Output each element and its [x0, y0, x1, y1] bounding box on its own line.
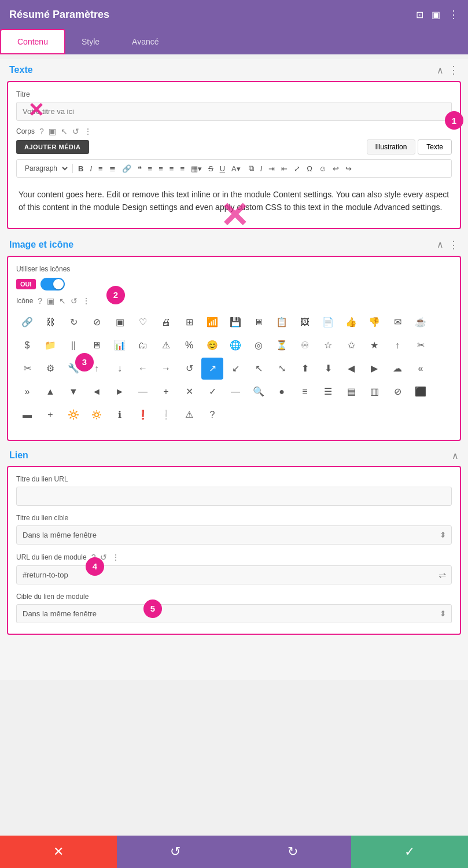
icon-cell-13[interactable]: 📄 [317, 311, 339, 333]
module-url-input[interactable] [16, 565, 452, 584]
icon-cell-22[interactable]: 📊 [109, 334, 131, 356]
tab-contenu[interactable]: Contenu [0, 29, 65, 54]
icon-cell-50[interactable]: ◀ [340, 358, 362, 380]
icon-cell-68[interactable]: ▤ [340, 381, 362, 403]
collapse-icon-2[interactable]: ∧ [437, 239, 444, 250]
icon-cell-38[interactable]: 🔧 3 [62, 358, 84, 380]
align-center-btn[interactable]: ≡ [156, 163, 165, 174]
icon-cell-73[interactable]: + [39, 404, 61, 426]
icon-cell-35[interactable]: ✂ [410, 334, 432, 356]
omega-btn[interactable]: Ω [304, 163, 315, 174]
icon-cell-36[interactable]: ✂ [16, 358, 38, 380]
icon-cell-7[interactable]: ⊞ [178, 311, 200, 333]
icon-cell-27[interactable]: 🌐 [224, 334, 246, 356]
icon-cell-62[interactable]: ✓ [201, 381, 223, 403]
bold-btn[interactable]: B [76, 163, 86, 174]
add-media-button[interactable]: AJOUTER MÉDIA [16, 140, 89, 154]
more-icon[interactable]: ⋮ [448, 8, 459, 21]
icon-cell-5[interactable]: ♡ [132, 311, 154, 333]
icon-cell-12[interactable]: 🖼 [294, 311, 316, 333]
icon-cell-77[interactable]: ❗ [132, 404, 154, 426]
icon-cell-4[interactable]: ▣ [109, 311, 131, 333]
strikethrough-btn[interactable]: S [206, 163, 216, 174]
icon-cell-10[interactable]: 🖥 [248, 311, 270, 333]
icon-cell-32[interactable]: ✩ [340, 334, 362, 356]
icon-cell-16[interactable]: ✉ [386, 311, 408, 333]
icone-device-icon[interactable]: ▣ [47, 296, 54, 306]
section-more-icon[interactable]: ⋮ [448, 64, 459, 76]
icon-cell-75[interactable]: 🔅 [86, 404, 108, 426]
icon-cell-79[interactable]: ⚠ [178, 404, 200, 426]
color-btn[interactable]: A▾ [229, 163, 243, 174]
collapse-icon-3[interactable]: ∧ [452, 450, 459, 461]
icon-cell-45[interactable]: ↙ [224, 358, 246, 380]
device-icon[interactable]: ▣ [49, 127, 56, 136]
cible-select[interactable]: Dans la même fenêtre Dans une nouvelle f… [16, 525, 452, 545]
italic2-btn[interactable]: I [258, 163, 265, 174]
icone-help-icon[interactable]: ? [38, 296, 42, 306]
editor-tab-texte[interactable]: Texte [418, 139, 452, 155]
italic-btn[interactable]: I [87, 163, 94, 174]
outdent-btn[interactable]: ⇤ [279, 163, 290, 174]
icon-cell-44[interactable]: ↗ [201, 358, 223, 380]
icon-cell-47[interactable]: ⤡ [271, 358, 293, 380]
expand-btn[interactable]: ⤢ [292, 163, 303, 174]
url-options-icon[interactable]: ⇌ [438, 569, 446, 580]
align-left-btn[interactable]: ≡ [146, 163, 155, 174]
quote-btn[interactable]: ❝ [135, 163, 144, 174]
icon-cell-3[interactable]: ⊘ [86, 311, 108, 333]
icon-cell-29[interactable]: ⏳ [271, 334, 293, 356]
icon-cell-61[interactable]: ✕ [178, 381, 200, 403]
icon-cell-2[interactable]: ↻ [62, 311, 84, 333]
icon-cell-26[interactable]: 😊 [201, 334, 223, 356]
titre-input[interactable] [16, 102, 452, 121]
icon-cell-8[interactable]: 📶 [201, 311, 223, 333]
emoji-btn[interactable]: ☺ [316, 163, 329, 174]
section-more-icon-2[interactable]: ⋮ [448, 238, 459, 251]
icon-cell-6[interactable]: 🖨 [155, 311, 177, 333]
icon-cell-71[interactable]: ⬛ [410, 381, 432, 403]
icon-cell-34[interactable]: ↑ [386, 334, 408, 356]
icon-cell-52[interactable]: ☁ [386, 358, 408, 380]
icon-cell-67[interactable]: ☰ [317, 381, 339, 403]
undo-icon[interactable]: ↺ [72, 127, 79, 136]
icon-cell-11[interactable]: 📋 [271, 311, 293, 333]
undo2-btn[interactable]: ↩ [330, 163, 341, 174]
icon-cell-33[interactable]: ★ [363, 334, 385, 356]
icone-more-icon[interactable]: ⋮ [82, 296, 90, 306]
icon-cell-80[interactable]: ? [201, 404, 223, 426]
align-right-btn[interactable]: ≡ [167, 163, 176, 174]
icon-cell-0[interactable]: 🔗 [16, 311, 38, 333]
icon-cell-72[interactable]: ▬ [16, 404, 38, 426]
icon-cell-14[interactable]: 👍 [340, 311, 362, 333]
editor-tab-illustration[interactable]: Illustration [367, 139, 416, 155]
underline-btn[interactable]: U [218, 163, 227, 174]
icon-cell-23[interactable]: 🗂 [132, 334, 154, 356]
icon-cell-42[interactable]: → [155, 358, 177, 380]
more-icon[interactable]: ⋮ [84, 127, 92, 136]
icon-cell-70[interactable]: ⊘ [386, 381, 408, 403]
icon-cell-48[interactable]: ⬆ [294, 358, 316, 380]
icon-cell-59[interactable]: — [132, 381, 154, 403]
icon-cell-1[interactable]: ⛓ [39, 311, 61, 333]
cancel-button[interactable]: ✕ [0, 836, 117, 868]
icon-cell-30[interactable]: ♾ [294, 334, 316, 356]
url-title-input[interactable] [16, 487, 452, 506]
icone-undo-icon[interactable]: ↺ [71, 296, 78, 306]
icon-cell-55[interactable]: ▲ [39, 381, 61, 403]
paragraph-select[interactable]: Paragraph [20, 163, 69, 174]
icon-cell-54[interactable]: » [16, 381, 38, 403]
layout-icon[interactable]: ▣ [432, 9, 440, 20]
help-icon[interactable]: ? [39, 127, 44, 136]
icon-cell-19[interactable]: 📁 [39, 334, 61, 356]
icon-cell-63[interactable]: — [224, 381, 246, 403]
ul-btn[interactable]: ≡ [96, 163, 105, 174]
icon-cell-18[interactable]: $ [16, 334, 38, 356]
confirm-button[interactable]: ✓ [351, 836, 468, 868]
redo2-btn[interactable]: ↪ [343, 163, 354, 174]
icon-cell-60[interactable]: + [155, 381, 177, 403]
icon-cell-53[interactable]: « [410, 358, 432, 380]
align-justify-btn[interactable]: ≡ [178, 163, 187, 174]
toggle-switch[interactable] [40, 278, 65, 290]
icon-cell-78[interactable]: ❕ [155, 404, 177, 426]
